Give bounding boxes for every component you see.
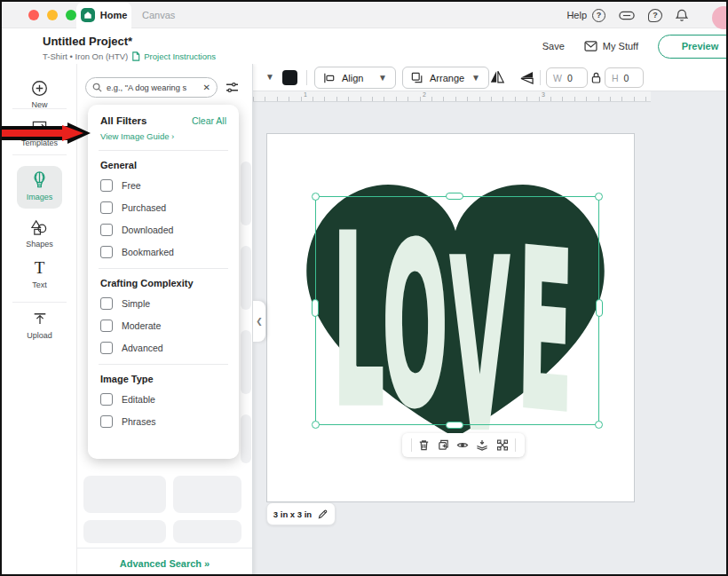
selection-handle-bottom-right[interactable] <box>595 421 603 429</box>
chevron-down-icon[interactable]: ▼ <box>265 72 274 82</box>
lock-icon[interactable] <box>591 72 601 83</box>
filter-option-downloaded[interactable]: Downloaded <box>100 224 226 236</box>
upload-icon <box>32 312 48 327</box>
arrange-label: Arrange <box>430 73 464 83</box>
filters-dropdown: All Filters Clear All View Image Guide ›… <box>88 105 239 459</box>
delete-icon[interactable] <box>417 438 431 452</box>
app-window: 1 2 3 L O V E <box>0 0 728 576</box>
checkbox[interactable] <box>100 415 113 428</box>
sidebar-item-label: Upload <box>27 331 52 340</box>
checkbox-label: Editable <box>122 394 155 405</box>
checkbox[interactable] <box>100 393 113 406</box>
selection-handle-bottom-center[interactable] <box>446 422 463 429</box>
selection-handle-top-center[interactable] <box>446 193 463 200</box>
sidebar-item-text[interactable]: T Text <box>2 259 77 289</box>
layers-icon <box>411 72 423 83</box>
width-value: 0 <box>567 73 573 83</box>
divider <box>99 150 228 151</box>
checkbox[interactable] <box>100 320 113 332</box>
filter-option-purchased[interactable]: Purchased <box>100 201 226 214</box>
result-placeholder <box>83 520 166 543</box>
filter-sliders-icon[interactable] <box>226 82 239 93</box>
duplicate-icon[interactable] <box>437 438 450 452</box>
filter-group-title: General <box>100 160 226 170</box>
checkbox-label: Phrases <box>122 416 156 427</box>
project-subtitle: T-Shirt • Iron On (HTV) <box>43 51 128 61</box>
balloon-icon <box>33 171 46 189</box>
sidebar-item-upload[interactable]: Upload <box>2 312 77 340</box>
weld-icon[interactable] <box>495 438 510 452</box>
tab-canvas[interactable]: Canvas <box>135 2 182 28</box>
text-tool-icon: T <box>35 259 45 277</box>
divider <box>99 268 228 269</box>
selection-handle-left-middle[interactable] <box>312 299 319 317</box>
feedback-icon[interactable]: ? <box>648 9 662 22</box>
filter-option-bookmarked[interactable]: Bookmarked <box>100 246 226 258</box>
checkbox-label: Bookmarked <box>122 247 174 257</box>
help-icon[interactable]: ? <box>592 9 605 22</box>
hide-icon[interactable] <box>455 438 470 452</box>
sidebar-item-images[interactable]: Images <box>2 171 77 201</box>
selection-handle-top-right[interactable] <box>595 193 603 201</box>
help-label[interactable]: Help <box>566 10 587 20</box>
search-value: e.g., "A dog wearing s <box>107 83 199 92</box>
checkbox[interactable] <box>100 342 113 354</box>
filter-option-moderate[interactable]: Moderate <box>100 320 226 332</box>
view-image-guide-link[interactable]: View Image Guide › <box>100 131 226 141</box>
instructions-doc-icon <box>131 51 140 61</box>
cricut-home-icon <box>81 8 95 22</box>
filter-option-phrases[interactable]: Phrases <box>100 415 226 428</box>
filter-option-editable[interactable]: Editable <box>100 393 226 406</box>
selection-bounding-box[interactable] <box>315 196 599 425</box>
zoom-window-button[interactable] <box>66 10 76 20</box>
sidebar-item-label: Text <box>32 280 47 289</box>
checkbox[interactable] <box>100 179 113 192</box>
notifications-bell-icon[interactable] <box>676 9 688 22</box>
sidebar-item-label: Shapes <box>26 240 53 249</box>
result-placeholder <box>241 246 251 310</box>
advanced-search-footer: Advanced Search » <box>77 548 252 576</box>
height-field[interactable]: H 0 <box>605 67 644 88</box>
filter-option-simple[interactable]: Simple <box>100 297 226 310</box>
sidebar-item-new[interactable]: New <box>2 80 77 109</box>
selection-handle-bottom-left[interactable] <box>312 421 320 429</box>
width-field[interactable]: W 0 <box>546 67 588 88</box>
flip-vertical-icon[interactable] <box>518 71 535 84</box>
clear-all-link[interactable]: Clear All <box>192 115 226 126</box>
selection-handle-right-middle[interactable] <box>596 299 603 317</box>
advanced-search-link[interactable]: Advanced Search » <box>120 558 210 569</box>
checkbox[interactable] <box>100 246 113 258</box>
minimize-window-button[interactable] <box>47 10 58 20</box>
close-window-button[interactable] <box>28 10 39 20</box>
machine-icon[interactable] <box>619 11 635 20</box>
project-instructions-link[interactable]: Project Instructions <box>144 51 216 61</box>
sidebar-item-shapes[interactable]: Shapes <box>2 219 77 249</box>
selection-handle-top-left[interactable] <box>312 193 320 201</box>
divider <box>12 108 67 109</box>
sidebar-item-templates[interactable]: Templates <box>2 119 77 147</box>
align-dropdown[interactable]: Align ▼ <box>314 67 396 89</box>
clear-search-icon[interactable]: ✕ <box>203 83 210 92</box>
project-title: Untitled Project* <box>43 35 132 48</box>
collapse-panel-tab[interactable]: ❮ <box>253 301 265 342</box>
edit-size-icon[interactable] <box>317 509 328 520</box>
my-stuff-label: My Stuff <box>603 41 638 51</box>
templates-icon <box>31 119 48 135</box>
tab-home[interactable]: Home <box>76 2 131 28</box>
flatten-icon[interactable] <box>475 438 489 452</box>
image-search-input[interactable]: e.g., "A dog wearing s ✕ <box>85 77 218 98</box>
sidebar-item-label: Templates <box>21 138 58 147</box>
color-swatch[interactable] <box>282 70 297 85</box>
arrange-dropdown[interactable]: Arrange ▼ <box>402 67 489 89</box>
filter-option-free[interactable]: Free <box>100 179 226 192</box>
checkbox[interactable] <box>100 224 113 236</box>
filter-option-advanced[interactable]: Advanced <box>100 342 226 354</box>
my-stuff-button[interactable]: My Stuff <box>584 41 638 51</box>
flip-horizontal-icon[interactable] <box>489 69 505 84</box>
checkbox-label: Free <box>122 180 141 191</box>
save-button[interactable]: Save <box>542 41 565 51</box>
selection-size-chip[interactable]: 3 in x 3 in <box>266 502 336 525</box>
checkbox[interactable] <box>100 201 113 214</box>
checkbox[interactable] <box>100 297 113 310</box>
preview-button[interactable]: Preview <box>658 35 728 59</box>
